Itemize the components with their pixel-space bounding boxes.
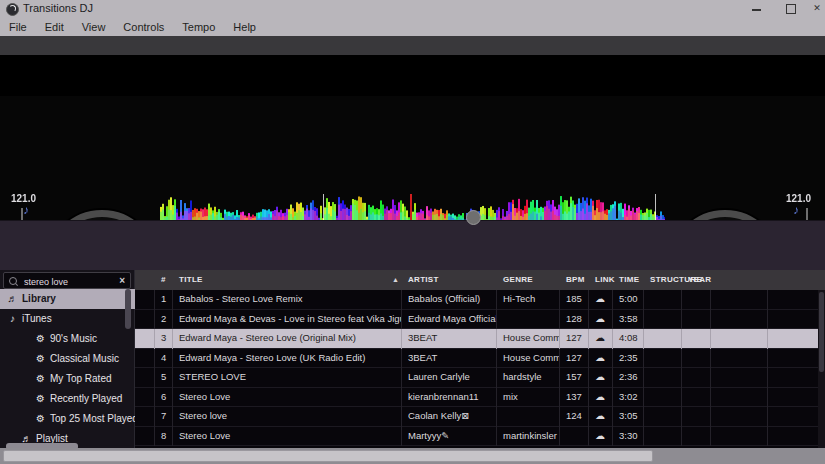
- cell-time: 3:02: [613, 388, 644, 408]
- cell-blank: [768, 388, 825, 408]
- sidebar-item-label: 90's Music: [50, 333, 97, 344]
- cell-num: 4: [155, 349, 173, 369]
- menu-item-controls[interactable]: Controls: [114, 18, 173, 36]
- cell-structure: [644, 368, 682, 388]
- column-header-bpm[interactable]: BPM: [560, 270, 589, 290]
- cell-num: 5: [155, 368, 173, 388]
- menu-bar: FileEditViewControlsTempoHelp: [0, 18, 825, 36]
- table-horizontal-scrollbar[interactable]: [0, 448, 825, 464]
- menu-item-help[interactable]: Help: [224, 18, 265, 36]
- column-header-genre[interactable]: GENRE: [497, 270, 560, 290]
- cell-blank: [711, 310, 768, 330]
- cell-blank: [135, 349, 155, 369]
- cell-year: [682, 310, 711, 330]
- column-header-blank: [135, 270, 155, 290]
- sidebar-item-label: iTunes: [22, 313, 52, 324]
- menu-item-view[interactable]: View: [73, 18, 115, 36]
- window-title: Transitions DJ: [23, 2, 93, 14]
- cell-year: [682, 349, 711, 369]
- waveform-scroll-handle[interactable]: [466, 210, 481, 225]
- gear-icon: ⚙: [34, 369, 47, 389]
- cell-year: [682, 368, 711, 388]
- cloud-link-icon[interactable]: ☁: [595, 293, 605, 304]
- cell-bpm: [560, 427, 589, 447]
- table-row[interactable]: 2Edward Maya & Devas - Love in Stereo fe…: [135, 310, 825, 330]
- menu-item-tempo[interactable]: Tempo: [173, 18, 224, 36]
- cloud-link-icon[interactable]: ☁: [595, 332, 605, 343]
- cloud-link-icon[interactable]: ☁: [595, 371, 605, 382]
- cell-blank: [135, 388, 155, 408]
- gear-icon: ⚙: [34, 409, 47, 429]
- deck-header-row: 3BEAT - Edward Maya - Stereo Love (Origi…: [0, 55, 825, 96]
- mixer-row: CUE 1 2 3 4 LOOP 4 LOW MID HIGH: [0, 220, 825, 271]
- cell-link: ☁: [589, 349, 613, 369]
- column-header-structure[interactable]: STRUCTURE: [644, 270, 682, 290]
- cell-title: Edward Maya - Stereo Love (Original Mix): [173, 329, 402, 349]
- app-window: Transitions DJ ✕ FileEditViewControlsTem…: [0, 0, 825, 464]
- cell-blank: [135, 290, 155, 310]
- cell-year: [682, 290, 711, 310]
- minimize-button[interactable]: [752, 9, 761, 11]
- table-row[interactable]: 3Edward Maya - Stereo Love (Original Mix…: [135, 329, 825, 349]
- deck-area: 121.0 ♪ − − + − SYNC 121.0 -4.7% ±16 00:…: [0, 96, 825, 220]
- cell-blank: [135, 310, 155, 330]
- column-header-artist[interactable]: ARTIST: [402, 270, 497, 290]
- cell-num: 3: [155, 329, 173, 349]
- table-horizontal-scrollbar-thumb[interactable]: [3, 450, 653, 462]
- cell-num: 2: [155, 310, 173, 330]
- search-box[interactable]: ×: [3, 272, 131, 289]
- cell-time: 3:30: [613, 427, 644, 447]
- cloud-link-icon[interactable]: ☁: [595, 430, 605, 441]
- gear-icon: ⚙: [34, 389, 47, 409]
- cell-structure: [644, 349, 682, 369]
- search-input[interactable]: [22, 274, 118, 289]
- cell-bpm: 185: [560, 290, 589, 310]
- cell-artist: Caolan Kelly⊠: [402, 407, 497, 427]
- column-header-year[interactable]: YEAR: [682, 270, 711, 290]
- table-row[interactable]: 6Stereo Lovekieranbrennan11mix137☁3:02: [135, 388, 825, 408]
- menu-item-edit[interactable]: Edit: [36, 18, 73, 36]
- cell-genre: mix: [497, 388, 560, 408]
- column-header-num[interactable]: #: [155, 270, 173, 290]
- cell-genre: House Commerci: [497, 329, 560, 349]
- column-header-title[interactable]: TITLE: [173, 270, 402, 290]
- column-header-link[interactable]: LINK: [589, 270, 613, 290]
- cell-title: Stereo Love: [173, 427, 402, 447]
- search-icon: [9, 277, 17, 285]
- table-row[interactable]: 8Stereo LoveMartyyy✎martinkinsler☁3:30: [135, 427, 825, 447]
- sidebar-item-library[interactable]: ♬Library: [0, 289, 141, 309]
- cell-blank: [768, 349, 825, 369]
- cell-structure: [644, 290, 682, 310]
- cell-blank: [711, 407, 768, 427]
- cell-blank: [711, 290, 768, 310]
- cloud-link-icon[interactable]: ☁: [595, 391, 605, 402]
- cell-time: 5:00: [613, 290, 644, 310]
- cell-genre: hardstyle: [497, 368, 560, 388]
- column-header-time[interactable]: TIME: [613, 270, 644, 290]
- cell-genre: [497, 407, 560, 427]
- table-row[interactable]: 7Stereo loveCaolan Kelly⊠124☁3:05: [135, 407, 825, 427]
- cell-artist: Martyyy✎: [402, 427, 497, 447]
- cell-num: 7: [155, 407, 173, 427]
- sidebar-item-itunes[interactable]: ♪iTunes: [0, 309, 141, 329]
- cell-link: ☁: [589, 388, 613, 408]
- sidebar-vertical-scrollbar[interactable]: [125, 289, 131, 329]
- maximize-button[interactable]: [786, 4, 796, 14]
- cloud-link-icon[interactable]: ☁: [595, 313, 605, 324]
- table-vertical-scrollbar[interactable]: [818, 290, 825, 464]
- close-button[interactable]: ✕: [812, 3, 822, 13]
- table-row[interactable]: 5STEREO LOVELauren Carlylehardstyle157☁2…: [135, 368, 825, 388]
- table-row[interactable]: 4Edward Maya - Stereo Love (UK Radio Edi…: [135, 349, 825, 369]
- cell-bpm: 137: [560, 388, 589, 408]
- cell-genre: [497, 310, 560, 330]
- cell-structure: [644, 427, 682, 447]
- search-clear-icon[interactable]: ×: [119, 275, 125, 286]
- cell-blank: [711, 368, 768, 388]
- cloud-link-icon[interactable]: ☁: [595, 352, 605, 363]
- table-row[interactable]: 1Babalos - Stereo Love RemixBabalos (Off…: [135, 290, 825, 310]
- menu-item-file[interactable]: File: [0, 18, 36, 36]
- cell-genre: martinkinsler: [497, 427, 560, 447]
- sidebar-item-label: My Top Rated: [50, 373, 112, 384]
- cell-blank: [135, 407, 155, 427]
- cloud-link-icon[interactable]: ☁: [595, 410, 605, 421]
